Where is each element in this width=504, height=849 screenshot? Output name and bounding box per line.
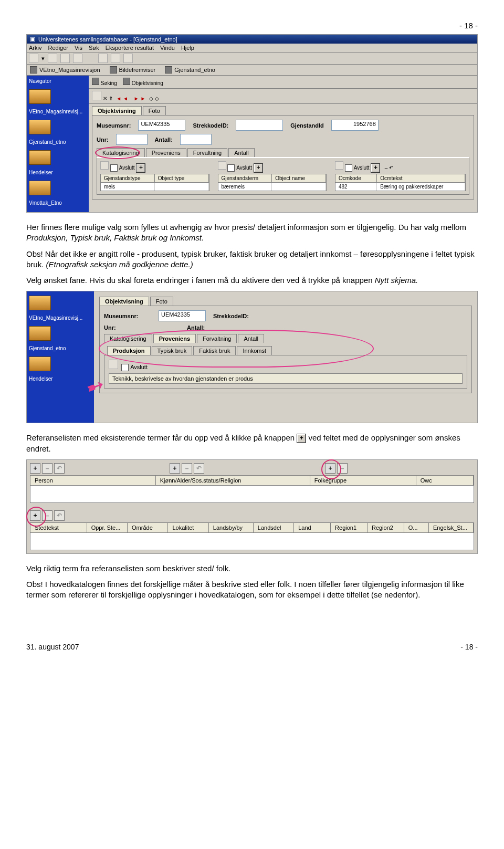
menu-item[interactable]: Arkiv [29, 45, 41, 51]
side-tab[interactable]: Objektvisning [132, 80, 163, 86]
child-window[interactable]: VEtno_Magasinrevisjon [39, 67, 100, 73]
plus-button[interactable]: + [30, 463, 40, 474]
plus-button[interactable]: + [371, 163, 380, 173]
page-number-top: - 18 - [26, 21, 478, 30]
gjenstandid-input[interactable]: 1952768 [331, 120, 379, 131]
toolbar-icon[interactable] [29, 54, 38, 63]
subtab-antall[interactable]: Antall [228, 148, 255, 157]
subtab-proveniens[interactable]: Proveniens [153, 334, 196, 343]
italic-text: Produksjon, Typisk bruk, Faktisk bruk og… [26, 233, 204, 242]
tab-foto[interactable]: Foto [143, 106, 166, 115]
subtab-antall[interactable]: Antall [238, 334, 264, 343]
menu-item[interactable]: Hjelp [181, 45, 194, 51]
cell[interactable]: bæremeis [218, 183, 272, 191]
subsub-produksjon[interactable]: Produksjon [107, 346, 151, 355]
toolbar-icon[interactable] [98, 54, 108, 63]
drawer-icon[interactable] [29, 357, 51, 371]
cell[interactable] [272, 183, 326, 191]
tab-foto[interactable]: Foto [150, 297, 173, 306]
avslutt-checkbox[interactable] [110, 164, 118, 172]
toolbar-icon[interactable] [60, 54, 70, 63]
toolbar-icon[interactable] [73, 54, 82, 63]
diamond-icon[interactable]: ◇ [149, 96, 153, 101]
avslutt-checkbox[interactable] [227, 164, 235, 172]
menu-item[interactable]: Rediger [48, 45, 68, 51]
minus-button[interactable]: – [182, 463, 192, 474]
cell[interactable]: meis [101, 183, 155, 191]
subsub-typisk-bruk[interactable]: Typisk bruk [152, 346, 193, 355]
grid-body[interactable] [30, 486, 474, 503]
tab-objektvisning[interactable]: Objektvisning [92, 106, 142, 115]
plus-button[interactable]: + [30, 510, 40, 521]
unr-input[interactable] [116, 134, 148, 145]
diamond-icon[interactable]: ◇ [155, 96, 159, 101]
child-window[interactable]: Gjenstand_etno [174, 67, 215, 73]
col-engelsk-st: Engelsk_St... [429, 523, 474, 532]
undo-button[interactable]: ↶ [54, 463, 65, 474]
drawer-icon[interactable] [29, 150, 51, 165]
antall-label: Antall: [187, 324, 234, 331]
prev-arrows-icon[interactable]: ◄ ◄ [116, 96, 128, 101]
new-form-icon[interactable] [109, 360, 118, 369]
toolbar-icon[interactable] [48, 54, 57, 63]
plus-button[interactable]: + [254, 163, 263, 173]
menu-item[interactable]: Søk [89, 45, 99, 51]
minus-icon[interactable]: – [385, 165, 388, 171]
child-window[interactable]: Bildefremviser [119, 67, 156, 73]
subsub-innkomst[interactable]: Innkomst [237, 346, 272, 355]
antall-input[interactable] [180, 134, 212, 145]
avslutt-checkbox[interactable] [345, 164, 352, 172]
sidebar-item-navigator[interactable]: Navigator [29, 78, 87, 84]
museumsnr-input[interactable]: UEM42335 [159, 310, 206, 321]
drawer-icon[interactable] [29, 181, 51, 195]
drawer-icon[interactable] [29, 326, 51, 341]
drawer-icon[interactable] [29, 120, 51, 134]
subtab-katalogisering[interactable]: Katalogisering [97, 148, 145, 157]
close-icon[interactable]: ✕ [103, 96, 107, 101]
menu-item[interactable]: Eksportere resultat [106, 45, 154, 51]
side-tab[interactable]: Søking [101, 80, 117, 86]
subsub-faktisk-bruk[interactable]: Faktisk bruk [193, 346, 236, 355]
subtab-katalogisering[interactable]: Katalogisering [104, 334, 152, 343]
drawer-icon[interactable] [29, 296, 51, 310]
menu-item[interactable]: Vis [75, 45, 82, 51]
cell[interactable] [155, 183, 209, 191]
subtab-forvaltning[interactable]: Forvaltning [187, 148, 227, 157]
tab-objektvisning[interactable]: Objektvisning [99, 297, 149, 306]
undo-button[interactable]: ↶ [54, 510, 65, 521]
subtab-proveniens[interactable]: Proveniens [146, 148, 186, 157]
undo-button[interactable]: ↶ [194, 463, 204, 474]
drawer-icon[interactable] [29, 89, 51, 104]
toolbar-icon[interactable] [111, 54, 120, 63]
new-icon[interactable] [218, 161, 226, 170]
new-icon[interactable] [100, 161, 109, 170]
sidebar-item-gjenstand[interactable]: Gjenstand_etno [29, 139, 87, 145]
up-arrow-icon[interactable]: ⇑ [109, 96, 113, 101]
cell[interactable]: 482 [335, 183, 377, 191]
next-arrows-icon[interactable]: ► ► [134, 96, 146, 101]
toolbar-icon[interactable] [123, 54, 133, 63]
cell[interactable]: Bæring og pakkeredskaper [377, 183, 465, 191]
strekkode-input[interactable] [236, 120, 283, 131]
sidebar-item-gjenstand[interactable]: Gjenstand_etno [29, 345, 92, 351]
footer-date: 31. august 2007 [26, 643, 79, 651]
menu-item[interactable]: Vindu [160, 45, 175, 51]
new-icon[interactable] [335, 161, 343, 170]
col-land: Land [294, 523, 331, 532]
plus-button[interactable]: + [136, 163, 145, 173]
plus-button[interactable]: + [325, 463, 335, 474]
avslutt-checkbox[interactable] [121, 364, 129, 371]
sidebar-item-magasin[interactable]: VEtno_Magasinrevisj... [29, 315, 92, 321]
undo-icon[interactable]: ↶ [389, 165, 393, 171]
grid-body[interactable] [30, 533, 474, 550]
nav-icon[interactable] [92, 91, 101, 100]
plus-button[interactable]: + [170, 463, 180, 474]
museumsnr-input[interactable]: UEM42335 [138, 120, 185, 131]
sidebar-item-hendelser[interactable]: Hendelser [29, 169, 87, 175]
paragraph: Velg riktig term fra referanselisten som… [26, 563, 478, 574]
minus-button[interactable]: – [42, 463, 52, 474]
sidebar-item-hendelser[interactable]: Hendelser [29, 375, 92, 382]
subtab-forvaltning[interactable]: Forvaltning [197, 334, 237, 343]
sidebar-item-magasin[interactable]: VEtno_Magasinrevisj... [29, 108, 87, 114]
sidebar-item-vmottak[interactable]: Vmottak_Etno [29, 200, 87, 206]
